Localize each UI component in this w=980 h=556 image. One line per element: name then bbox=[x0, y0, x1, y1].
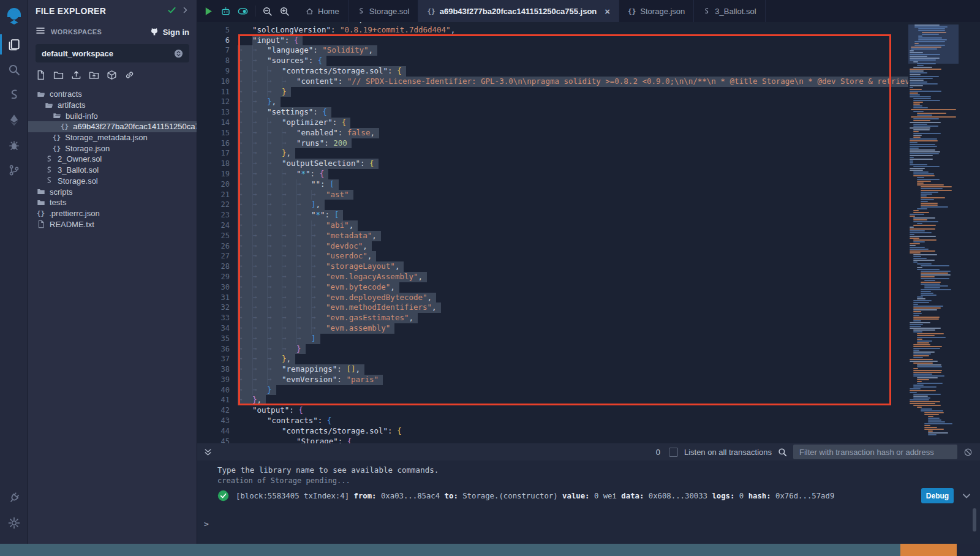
line-content: →→"settings": { bbox=[238, 107, 908, 118]
tab-storage-json[interactable]: {}Storage.json bbox=[619, 0, 694, 22]
code-line: 33→→→→→→"evm.gasEstimates", bbox=[197, 313, 908, 323]
folder-up-icon[interactable] bbox=[89, 70, 99, 83]
rail-item-plugin-manager[interactable] bbox=[0, 485, 28, 510]
minimap-line bbox=[924, 414, 939, 415]
tree-item-storage-json[interactable]: {}Storage.json bbox=[28, 143, 197, 154]
line-number: 31 bbox=[197, 293, 238, 303]
tab-build-info-json[interactable]: {}a69b43f277ba20fcac141151250ca755.json× bbox=[418, 0, 619, 22]
expand-transaction-icon[interactable] bbox=[962, 491, 971, 501]
line-content: →→}, bbox=[238, 97, 908, 107]
line-number: 44 bbox=[197, 426, 238, 437]
tab-storage-sol[interactable]: Storage.sol bbox=[349, 0, 419, 22]
tree-item-prettierrc-json[interactable]: {}.prettierrc.json bbox=[28, 208, 197, 219]
rail-item-file-explorer[interactable] bbox=[0, 32, 28, 57]
line-number: 28 bbox=[197, 261, 238, 272]
line-content: "Storage": { bbox=[238, 437, 908, 443]
run-script-icon[interactable] bbox=[203, 6, 214, 17]
rail-item-solidity-compiler[interactable] bbox=[0, 82, 28, 107]
rail-item-search[interactable] bbox=[0, 57, 28, 82]
tree-item-tests[interactable]: tests bbox=[28, 197, 197, 208]
minimap-line bbox=[913, 173, 934, 175]
terminal[interactable]: Type the library name to see available c… bbox=[197, 460, 980, 544]
rail-item-settings[interactable] bbox=[0, 510, 28, 535]
minimap-line bbox=[921, 203, 938, 204]
minimap-line bbox=[910, 81, 927, 83]
minimap-line bbox=[910, 69, 941, 70]
doc-icon[interactable] bbox=[36, 70, 46, 83]
minimap-line bbox=[921, 289, 951, 290]
tree-item-artifacts[interactable]: artifacts bbox=[28, 100, 197, 111]
listen-label: Listen on all transactions bbox=[684, 448, 772, 457]
json-icon: {} bbox=[61, 122, 69, 130]
minimap-line bbox=[921, 272, 948, 274]
code-line: 45"Storage": { bbox=[197, 437, 908, 443]
minimap-line bbox=[910, 80, 924, 81]
sol-icon bbox=[45, 166, 53, 175]
minimap-line bbox=[910, 83, 938, 85]
tree-item-readme-txt[interactable]: README.txt bbox=[28, 219, 197, 230]
rail-item-debugger[interactable] bbox=[0, 132, 28, 157]
file-name: Storage.sol bbox=[58, 176, 98, 186]
tree-item-build-info[interactable]: build-info bbox=[28, 110, 197, 121]
minimap-line bbox=[913, 374, 932, 375]
minimap-line bbox=[911, 116, 956, 118]
minimap-line bbox=[910, 138, 937, 140]
minimap-viewport[interactable] bbox=[908, 24, 959, 64]
minimap-line bbox=[913, 137, 921, 138]
workspace-select[interactable]: default_workspace bbox=[36, 44, 189, 62]
close-icon[interactable]: × bbox=[605, 7, 610, 16]
tree-item-scripts[interactable]: scripts bbox=[28, 186, 197, 197]
minimap-line bbox=[928, 430, 933, 432]
upload-icon[interactable] bbox=[71, 70, 81, 83]
transaction-filter-input[interactable] bbox=[793, 445, 957, 459]
file-name: Storage.json bbox=[65, 144, 110, 153]
clear-console-icon[interactable] bbox=[963, 448, 973, 457]
search-icon[interactable] bbox=[778, 448, 787, 457]
code-line: 20→→→→→"": [ bbox=[197, 179, 908, 190]
tree-item-owner-sol[interactable]: 2_Owner.sol bbox=[28, 154, 197, 165]
minimap-line bbox=[910, 388, 921, 389]
chevron-right-icon[interactable] bbox=[181, 6, 189, 17]
tab-label: Home bbox=[318, 7, 339, 16]
folder-icon bbox=[37, 198, 45, 207]
tree-item-ballot-sol[interactable]: 3_Ballot.sol bbox=[28, 165, 197, 176]
minimap-line bbox=[913, 256, 921, 257]
listen-checkbox[interactable] bbox=[669, 448, 678, 457]
minimap-line bbox=[913, 129, 930, 130]
debug-button[interactable]: Debug bbox=[921, 488, 954, 503]
sign-in-button[interactable]: Sign in bbox=[149, 27, 189, 37]
line-number: 12 bbox=[197, 97, 238, 107]
line-content: →→→→→"*": [ bbox=[238, 210, 908, 220]
cube-icon[interactable] bbox=[107, 70, 117, 83]
folder-line-icon[interactable] bbox=[53, 70, 64, 83]
terminal-collapse-icon[interactable] bbox=[203, 448, 213, 457]
tree-item-storage-sol[interactable]: Storage.sol bbox=[28, 176, 197, 187]
terminal-prompt[interactable]: > bbox=[204, 519, 209, 528]
rail-item-deploy-run[interactable] bbox=[0, 107, 28, 132]
tab-home[interactable]: Home bbox=[297, 0, 349, 22]
tree-item-storage-metadata-json[interactable]: {}Storage_metadata.json bbox=[28, 132, 197, 143]
link-icon[interactable] bbox=[124, 70, 135, 83]
line-content: →→→→→→"storageLayout", bbox=[238, 261, 908, 272]
rail-item-git[interactable] bbox=[0, 157, 28, 182]
folder-open-icon bbox=[37, 90, 45, 99]
tree-item-contracts[interactable]: contracts bbox=[28, 89, 197, 100]
minimap[interactable] bbox=[908, 24, 959, 442]
hamburger-icon[interactable] bbox=[36, 26, 45, 38]
zoom-in-icon[interactable] bbox=[279, 6, 290, 17]
minimap-line bbox=[910, 403, 935, 404]
ai-toggle-icon[interactable] bbox=[238, 6, 248, 17]
scrollbar-thumb[interactable] bbox=[973, 508, 976, 532]
line-number: 40 bbox=[197, 385, 238, 396]
rail-item-remix-logo[interactable] bbox=[0, 0, 28, 32]
minimap-line bbox=[910, 164, 927, 165]
minimap-line bbox=[913, 385, 924, 386]
code-editor[interactable]: 4"solcVersion": "0.8.19",5"solcLongVersi… bbox=[197, 22, 980, 443]
tree-item-build-info-json[interactable]: {}a69b43f277ba20fcac141151250ca7... bbox=[28, 121, 197, 132]
tab-ballot-sol[interactable]: 3_Ballot.sol bbox=[694, 0, 765, 22]
zoom-out-icon[interactable] bbox=[262, 6, 273, 17]
ai-assistant-icon[interactable] bbox=[221, 6, 231, 17]
tab-label: a69b43f277ba20fcac141151250ca755.json bbox=[440, 7, 597, 16]
status-bar-orange-badge[interactable] bbox=[900, 544, 957, 556]
minimap-line bbox=[924, 412, 944, 413]
